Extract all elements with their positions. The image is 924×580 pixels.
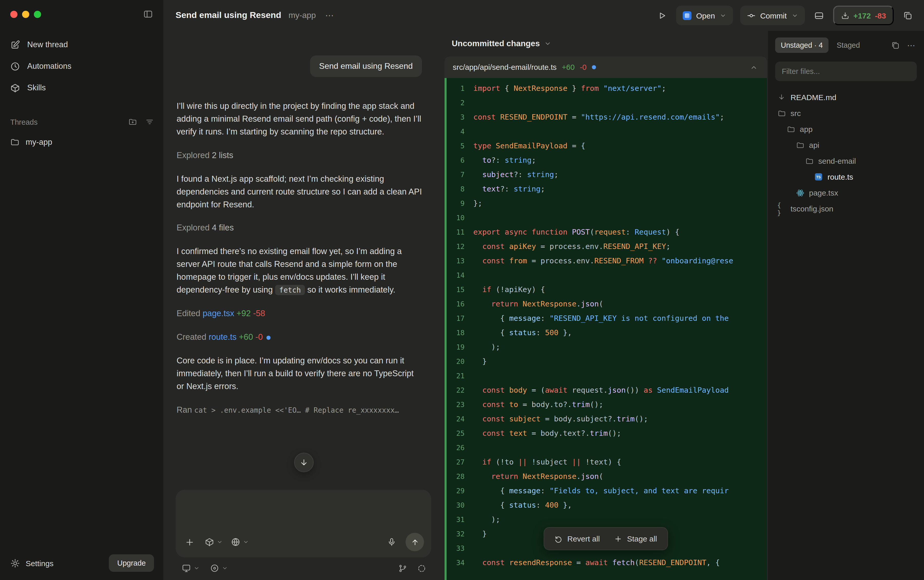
text-segment: I’ll wire this up directly in the projec… — [176, 101, 421, 136]
more-icon[interactable]: ⋯ — [325, 10, 335, 21]
diff-file-header[interactable]: src/app/api/send-email/route.ts +60 -0 — [445, 56, 767, 78]
close-window-button[interactable] — [10, 10, 18, 18]
code-text: const body = (await request.json()) as S… — [473, 383, 767, 397]
file-name: send-email — [818, 157, 856, 165]
file-name: tsconfig.json — [791, 204, 833, 213]
changes-summary-button[interactable]: +172 -83 — [833, 6, 894, 25]
text-segment: Explored — [176, 223, 212, 232]
file-tree-item[interactable]: page.tsx — [775, 185, 917, 201]
panel-icon[interactable] — [812, 8, 826, 22]
file-link[interactable]: route.ts — [209, 332, 237, 341]
assistant-message-block: I confirmed there’s no existing email fl… — [176, 245, 422, 296]
code-text: to?: string; — [473, 153, 767, 167]
file-tree-item[interactable]: api — [775, 137, 917, 153]
sidebar-item-new-thread[interactable]: New thread — [10, 35, 154, 54]
line-number: 25 — [446, 426, 473, 440]
revert-all-label: Revert all — [567, 534, 600, 543]
file-tree-item[interactable]: README.md — [775, 89, 917, 105]
code-text: export async function POST(request: Requ… — [473, 225, 767, 239]
new-folder-icon[interactable] — [128, 117, 137, 126]
more-icon[interactable]: ⋯ — [906, 40, 917, 50]
pencil-square-icon — [10, 40, 21, 49]
model-selector[interactable] — [205, 537, 223, 547]
code-line: 18 { status: 500 }, — [446, 325, 767, 340]
code-text — [473, 268, 767, 282]
thread-mode-selector[interactable] — [210, 564, 228, 573]
git-branch-icon[interactable] — [399, 564, 407, 573]
window-controls — [10, 8, 154, 20]
line-number: 13 — [446, 254, 473, 268]
file-tree-item[interactable]: src — [775, 105, 917, 121]
line-number: 8 — [446, 182, 473, 196]
line-number: 18 — [446, 325, 473, 340]
sidebar-item-automations[interactable]: Automations — [10, 57, 154, 76]
microphone-icon[interactable] — [385, 536, 399, 549]
attach-plus-icon[interactable] — [183, 535, 197, 549]
chevron-down-icon — [217, 539, 223, 545]
line-number: 23 — [446, 397, 473, 412]
text-segment — [251, 308, 253, 318]
code-line: 20 } — [446, 354, 767, 369]
code-text: const to = body.to?.trim(); — [473, 397, 767, 412]
sidebar-item-my-app[interactable]: my-app — [10, 133, 154, 151]
braces-icon: { } — [777, 201, 786, 216]
sidebar: New thread Automations Skills Threads — [0, 0, 163, 580]
line-number: 28 — [446, 469, 473, 483]
folder-icon — [805, 157, 814, 165]
tools-selector[interactable] — [231, 537, 249, 547]
copy-layout-icon[interactable] — [901, 8, 915, 22]
file-tree-item[interactable]: send-email — [775, 153, 917, 169]
tab-unstaged[interactable]: Unstaged · 4 — [775, 38, 828, 53]
message-input[interactable] — [183, 497, 424, 533]
progress-circle-icon[interactable] — [417, 564, 426, 573]
filter-icon[interactable] — [145, 117, 154, 126]
code-text: { status: 500 }, — [473, 325, 767, 340]
code-line: 16 return NextResponse.json( — [446, 297, 767, 311]
code-text: { message: "Fields to, subject, and text… — [473, 483, 767, 498]
line-number: 20 — [446, 354, 473, 369]
display-mode-selector[interactable] — [182, 564, 200, 573]
code-text: return NextResponse.json( — [473, 297, 767, 311]
text-segment: 4 files — [212, 223, 234, 232]
line-number: 16 — [446, 297, 473, 311]
line-number: 1 — [446, 81, 473, 96]
collapse-file-icon[interactable] — [749, 63, 759, 72]
clock-icon — [10, 61, 21, 71]
code-line: 6 to?: string; — [446, 153, 767, 167]
file-link[interactable]: page.tsx — [203, 308, 234, 318]
uncommitted-changes-header[interactable]: Uncommitted changes — [445, 31, 767, 56]
zoom-window-button[interactable] — [34, 10, 41, 18]
line-number: 5 — [446, 138, 473, 153]
settings-label[interactable]: Settings — [26, 559, 53, 567]
line-number: 6 — [446, 153, 473, 167]
file-tree-item[interactable]: { }tsconfig.json — [775, 201, 917, 217]
open-button[interactable]: Open — [676, 6, 733, 25]
file-stack-icon[interactable] — [891, 41, 900, 49]
minimize-window-button[interactable] — [22, 10, 29, 18]
send-button[interactable] — [405, 533, 424, 551]
code-line: 23 const to = body.to?.trim(); — [446, 397, 767, 412]
upgrade-button[interactable]: Upgrade — [109, 554, 154, 572]
file-tree-item[interactable]: app — [775, 121, 917, 137]
code-line: 29 { message: "Fields to, subject, and t… — [446, 483, 767, 498]
stage-all-button[interactable]: Stage all — [608, 530, 664, 547]
revert-all-button[interactable]: Revert all — [548, 530, 606, 547]
sidebar-nav: New thread Automations Skills — [10, 35, 154, 97]
sidebar-item-skills[interactable]: Skills — [10, 79, 154, 97]
code-text: const from = process.env.RESEND_FROM ?? … — [473, 254, 767, 268]
code-line: 14 — [446, 268, 767, 282]
code-text: if (!to || !subject || !text) { — [473, 455, 767, 469]
scroll-to-bottom-button[interactable] — [294, 453, 314, 472]
filter-files-input[interactable] — [775, 62, 917, 81]
code-line: 21 — [446, 369, 767, 383]
main-area: Send email using Resend my-app ⋯ Open — [163, 0, 924, 580]
commit-button[interactable]: Commit — [740, 6, 805, 25]
file-tree-item[interactable]: TSroute.ts — [775, 169, 917, 185]
run-icon[interactable] — [655, 8, 669, 22]
assistant-message-block: Created route.ts +60 -0 — [176, 331, 422, 343]
code-line: 27 if (!to || !subject || !text) { — [446, 455, 767, 469]
sidebar-toggle-icon[interactable] — [142, 8, 154, 20]
code-text: }; — [473, 196, 767, 211]
app-window: New thread Automations Skills Threads — [0, 0, 924, 580]
tab-staged[interactable]: Staged — [837, 41, 860, 49]
